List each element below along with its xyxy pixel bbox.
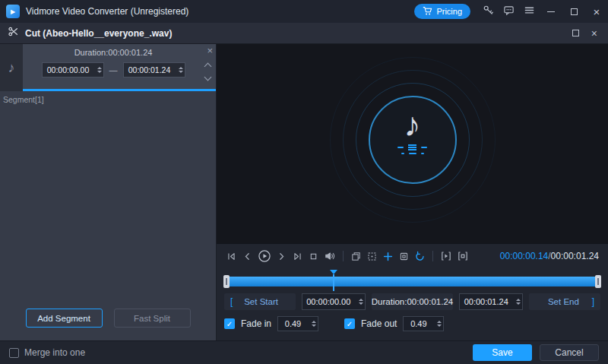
spinner-down-icon[interactable] [312,324,316,327]
set-start-button[interactable]: [ Set Start [224,293,296,310]
add-segment-button[interactable]: Add Segment [26,309,103,328]
fade-in-label: Fade in [241,318,271,329]
fade-out-spinner[interactable] [437,321,442,327]
app-window: ▶ Vidmore Video Converter (Unregistered)… [0,0,608,364]
chevron-down-icon [204,74,212,81]
stop-button[interactable] [308,251,319,262]
segment-progress-bar [23,89,216,91]
preview-panel: ♪ [217,44,608,340]
skip-end-button[interactable] [292,251,303,262]
trim-start-handle[interactable] [223,275,230,288]
segment-time-range: — [26,62,201,78]
fade-row: ✓ Fade in ✓ Fade out [217,312,608,335]
segment-move-up-button[interactable] [204,62,212,71]
maximize-icon [571,8,578,15]
play-segment-button[interactable] [440,250,452,262]
range-dash: — [109,65,118,74]
footer-actions: Save Cancel [473,344,599,361]
spinner-up-icon[interactable] [516,299,521,301]
menu-button[interactable] [519,0,540,23]
spinner-up-icon[interactable] [179,67,183,69]
playhead[interactable] [330,270,337,291]
app-logo-glyph: ▶ [11,8,15,15]
player-controls-area: 00:00:00.14/00:00:01.24 [ Set Start [217,243,608,340]
app-logo-icon: ▶ [6,5,20,18]
minimize-icon [547,11,555,12]
feedback-button[interactable] [499,0,519,23]
prev-frame-button[interactable] [242,251,253,262]
spinner-up-icon[interactable] [437,321,442,323]
segment-end-input[interactable] [123,62,185,78]
skip-start-button[interactable] [226,251,237,262]
pricing-button[interactable]: Pricing [414,4,470,19]
trim-start-spinner[interactable] [359,299,363,305]
trim-start-input[interactable] [302,293,366,310]
trim-end-input[interactable] [459,293,523,310]
preview-area: ♪ [217,44,608,243]
titlebar-actions: Pricing × [414,0,608,23]
register-key-button[interactable] [478,0,499,23]
spinner-down-icon[interactable] [516,302,521,305]
fade-in-spinner[interactable] [312,321,316,327]
set-end-button[interactable]: Set End ] [529,293,600,310]
app-title: Vidmore Video Converter (Unregistered) [26,6,188,17]
crop-button[interactable] [398,251,410,262]
comment-icon [503,5,515,18]
check-icon: ✓ [226,320,233,328]
add-segment-quick-button[interactable] [382,251,394,262]
spinner-up-icon[interactable] [359,299,363,301]
spinner-down-icon[interactable] [359,302,363,305]
segment-end-spinner[interactable] [179,67,183,73]
trim-duration-label: Duration:00:00:01.24 [372,293,453,310]
music-note-icon: ♪ [8,60,15,76]
time-display: 00:00:00.14/00:00:01.24 [500,251,599,261]
chevron-up-icon [204,63,212,71]
segment-remove-button[interactable]: × [207,46,213,55]
dialog-maximize-button[interactable] [572,30,579,36]
transport-strip: 00:00:00.14/00:00:01.24 [217,244,608,268]
maximize-button[interactable] [562,0,585,23]
fade-out-checkbox[interactable]: ✓ [344,318,355,329]
segment-start-input[interactable] [42,62,104,78]
minimize-button[interactable] [540,0,562,23]
save-button[interactable]: Save [473,344,532,361]
titlebar: ▶ Vidmore Video Converter (Unregistered)… [0,0,608,23]
segment-move-down-button[interactable] [204,73,212,81]
spinner-up-icon[interactable] [312,321,316,323]
cancel-button[interactable]: Cancel [540,344,599,361]
check-icon: ✓ [347,320,353,328]
segment-start-spinner[interactable] [97,67,102,73]
current-time: 00:00:00.14 [500,251,548,261]
fast-split-button[interactable]: Fast Split [114,309,191,328]
spinner-up-icon[interactable] [97,67,102,69]
dialog-close-button[interactable]: × [591,28,597,39]
fade-in-checkbox[interactable]: ✓ [224,318,235,329]
stop-segment-button[interactable] [457,250,469,262]
close-button[interactable]: × [585,0,608,23]
trim-end-spinner[interactable] [516,299,521,305]
volume-button[interactable] [324,250,336,262]
set-end-label: Set End [548,297,579,306]
dialog-body: ♪ Duration:00:00:01.24 × — [0,44,608,340]
segment-card[interactable]: ♪ Duration:00:00:01.24 × — [0,44,216,91]
reset-button[interactable] [414,251,426,262]
next-frame-button[interactable] [276,251,287,262]
spinner-down-icon[interactable] [179,71,183,73]
play-button[interactable] [258,249,271,263]
spinner-down-icon[interactable] [437,324,442,327]
spinner-down-icon[interactable] [97,71,102,73]
playhead-line [333,274,334,291]
separator [432,251,433,261]
merge-checkbox[interactable] [9,348,19,358]
hamburger-menu-icon [524,5,535,18]
left-bracket-icon: [ [230,296,233,307]
fade-out-label: Fade out [361,318,397,329]
segment-panel: ♪ Duration:00:00:01.24 × — [0,44,217,340]
dialog-close-icon: × [591,28,597,39]
snapshot-button[interactable] [350,251,362,262]
timeline [217,268,608,291]
trim-end-handle[interactable] [595,275,601,288]
frame-select-button[interactable] [366,251,378,262]
key-icon [483,5,494,18]
timeline-track[interactable] [224,277,600,286]
